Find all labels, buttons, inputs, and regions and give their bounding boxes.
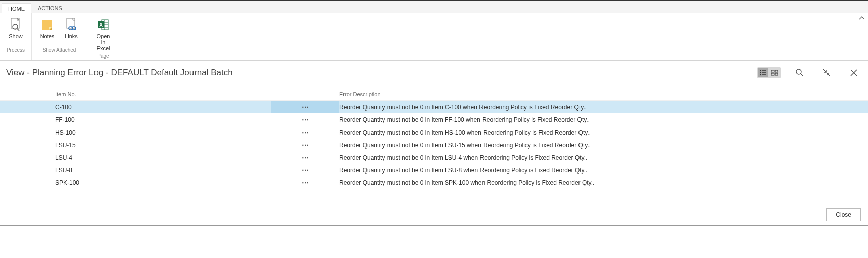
svg-line-25 [801, 74, 803, 76]
ribbon-collapse-button[interactable] [859, 15, 865, 22]
row-actions-menu[interactable]: ⋯ [271, 156, 339, 160]
show-label: Show [9, 33, 23, 45]
svg-rect-20 [771, 70, 774, 72]
tab-actions[interactable]: ACTIONS [31, 3, 69, 13]
ribbon-group-page: X Open in Excel Page [87, 13, 119, 60]
list-icon [760, 70, 767, 76]
svg-rect-22 [771, 73, 774, 75]
svg-point-18 [760, 74, 761, 75]
cell-error-description: Reorder Quantity must not be 0 in Item C… [339, 104, 868, 111]
group-caption-show-attached: Show Attached [34, 46, 85, 54]
page-magnify-icon [8, 17, 23, 32]
svg-line-26 [823, 69, 826, 72]
close-x-button[interactable] [846, 65, 862, 81]
table-row[interactable]: LSU-8⋯Reorder Quantity must not be 0 in … [0, 164, 868, 176]
open-in-excel-label: Open in Excel [93, 33, 113, 51]
cell-item-no: HS-100 [55, 129, 271, 136]
show-button[interactable]: Show [5, 16, 26, 46]
view-list-button[interactable] [758, 68, 768, 77]
open-in-excel-button[interactable]: X Open in Excel [92, 16, 114, 52]
cell-item-no: FF-100 [55, 116, 271, 123]
cell-error-description: Reorder Quantity must not be 0 in Item F… [339, 116, 868, 123]
cell-error-description: Reorder Quantity must not be 0 in Item H… [339, 129, 868, 136]
links-button[interactable]: Links [61, 16, 82, 46]
page-title-bar: View - Planning Error Log - DEFAULT Defa… [0, 61, 868, 85]
grid-header: Item No. Error Description [0, 88, 868, 101]
row-actions-menu[interactable]: ⋯ [271, 105, 339, 109]
table-row[interactable]: FF-100⋯Reorder Quantity must not be 0 in… [0, 113, 868, 126]
group-caption-page: Page [89, 52, 117, 60]
table-row[interactable]: LSU-4⋯Reorder Quantity must not be 0 in … [0, 151, 868, 164]
svg-line-27 [827, 73, 830, 76]
window-bottom-border [0, 225, 868, 226]
grid-body: C-100⋯Reorder Quantity must not be 0 in … [0, 101, 868, 189]
close-button[interactable]: Close [826, 208, 861, 221]
cell-item-no: SPK-100 [55, 179, 271, 186]
cell-error-description: Reorder Quantity must not be 0 in Item L… [339, 167, 868, 174]
ribbon-group-process: Show Process [0, 13, 32, 60]
row-actions-menu[interactable]: ⋯ [271, 143, 339, 147]
search-icon [795, 68, 804, 77]
search-button[interactable] [792, 65, 808, 81]
svg-rect-23 [775, 73, 778, 75]
page-link-icon [64, 17, 79, 32]
excel-icon: X [95, 17, 111, 32]
svg-point-14 [760, 70, 761, 71]
svg-point-16 [760, 72, 761, 73]
collapse-arrows-icon [822, 68, 831, 77]
cell-error-description: Reorder Quantity must not be 0 in Item L… [339, 142, 868, 149]
table-row[interactable]: C-100⋯Reorder Quantity must not be 0 in … [0, 101, 868, 113]
group-caption-process: Process [2, 46, 29, 54]
table-row[interactable]: LSU-15⋯Reorder Quantity must not be 0 in… [0, 139, 868, 151]
note-icon [40, 17, 55, 32]
svg-line-2 [17, 29, 19, 31]
ribbon: Show Process Notes [0, 13, 868, 61]
tiles-icon [771, 70, 778, 76]
close-icon [849, 68, 858, 77]
cell-item-no: LSU-15 [55, 142, 271, 149]
svg-text:X: X [99, 22, 103, 28]
view-tiles-button[interactable] [769, 68, 780, 77]
row-actions-menu[interactable]: ⋯ [271, 131, 339, 135]
cell-error-description: Reorder Quantity must not be 0 in Item S… [339, 179, 868, 186]
row-actions-menu[interactable]: ⋯ [271, 118, 339, 122]
cell-error-description: Reorder Quantity must not be 0 in Item L… [339, 154, 868, 161]
cell-item-no: LSU-4 [55, 154, 271, 161]
header-item-no[interactable]: Item No. [55, 91, 271, 97]
page-title: View - Planning Error Log - DEFAULT Defa… [6, 68, 757, 78]
svg-point-24 [796, 69, 801, 74]
row-actions-menu[interactable]: ⋯ [271, 181, 339, 185]
row-actions-menu[interactable]: ⋯ [271, 168, 339, 172]
cell-item-no: LSU-8 [55, 167, 271, 174]
tab-home[interactable]: HOME [2, 3, 31, 13]
footer: Close [0, 204, 868, 225]
table-row[interactable]: SPK-100⋯Reorder Quantity must not be 0 i… [0, 176, 868, 189]
table-row[interactable]: HS-100⋯Reorder Quantity must not be 0 in… [0, 126, 868, 139]
notes-button[interactable]: Notes [37, 16, 58, 46]
svg-rect-21 [775, 70, 778, 72]
view-toggle [757, 67, 781, 78]
header-error-description[interactable]: Error Description [339, 91, 868, 97]
links-label: Links [65, 33, 78, 45]
grid: Item No. Error Description C-100⋯Reorder… [0, 88, 868, 189]
ribbon-group-show-attached: Notes Links Show Attached [32, 13, 87, 60]
cell-item-no: C-100 [55, 104, 271, 111]
pop-in-button[interactable] [819, 65, 835, 81]
ribbon-tabstrip: HOME ACTIONS [0, 1, 868, 13]
notes-label: Notes [40, 33, 55, 45]
title-actions [757, 65, 862, 81]
